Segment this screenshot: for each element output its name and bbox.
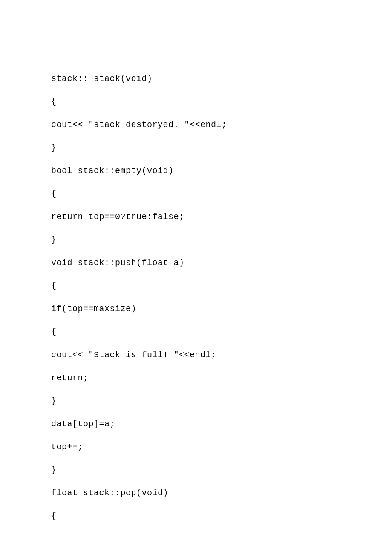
code-line: top++; [51,443,341,451]
code-line: } [51,397,341,405]
code-line: { [51,190,341,198]
code-line: { [51,328,341,336]
code-line: stack::~stack(void) [51,75,341,83]
code-line: { [51,512,341,520]
code-line: { [51,98,341,106]
code-line: } [51,466,341,474]
code-line: bool stack::empty(void) [51,167,341,175]
code-line: cout<< "Stack is full! "<<endl; [51,351,341,359]
code-line: return; [51,374,341,382]
code-line: data[top]=a; [51,420,341,428]
code-line: cout<< "stack destoryed. "<<endl; [51,121,341,129]
code-line: } [51,144,341,152]
code-line: return top==0?true:false; [51,213,341,221]
code-line: float stack::pop(void) [51,489,341,497]
code-line: } [51,236,341,244]
code-line: { [51,282,341,290]
code-line: if(top==maxsize) [51,305,341,313]
code-line: void stack::push(float a) [51,259,341,267]
